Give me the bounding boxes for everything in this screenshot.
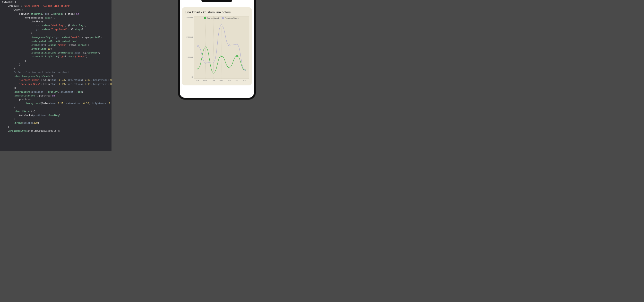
y-tick: 10,000 [186, 56, 193, 58]
swatch-current [204, 17, 206, 19]
legend-previous: Previous Week [222, 17, 239, 19]
code-editor[interactable]: VStack() { GroupBox ( "Line Chart - Cust… [0, 0, 111, 151]
x-tick: Sun [194, 79, 202, 82]
chart-legend: Current Week Previous Week [204, 17, 239, 19]
plot-area: Current Week Previous Week [194, 16, 249, 78]
legend-current: Current Week [204, 17, 219, 19]
x-tick: Sat [241, 79, 249, 82]
y-axis: 30,00020,00010,0000 [185, 16, 194, 82]
x-axis: SunMonTueWedThuFriSat [194, 79, 249, 82]
plot-wrap: Current Week Previous Week SunMonTueWedT… [194, 16, 249, 82]
iphone-preview: Line Chart - Custom line colors 30,00020… [180, 0, 254, 98]
x-tick: Thu [225, 79, 233, 82]
y-tick: 20,000 [186, 36, 193, 38]
notch [201, 0, 232, 2]
x-tick: Fri [233, 79, 241, 82]
chart: 30,00020,00010,0000 Current Week Previou… [185, 16, 249, 82]
y-tick: 30,000 [186, 16, 193, 19]
swatch-previous [222, 17, 224, 19]
y-tick: 0 [192, 76, 193, 78]
x-tick: Mon [201, 79, 209, 82]
legend-current-label: Current Week [207, 17, 219, 19]
chart-title: Line Chart - Custom line colors [185, 10, 249, 14]
x-tick: Tue [209, 79, 217, 82]
legend-previous-label: Previous Week [225, 17, 239, 19]
simulator-area: Line Chart - Custom line colors 30,00020… [111, 0, 322, 151]
groupbox: Line Chart - Custom line colors 30,00020… [182, 7, 252, 85]
x-tick: Wed [217, 79, 225, 82]
